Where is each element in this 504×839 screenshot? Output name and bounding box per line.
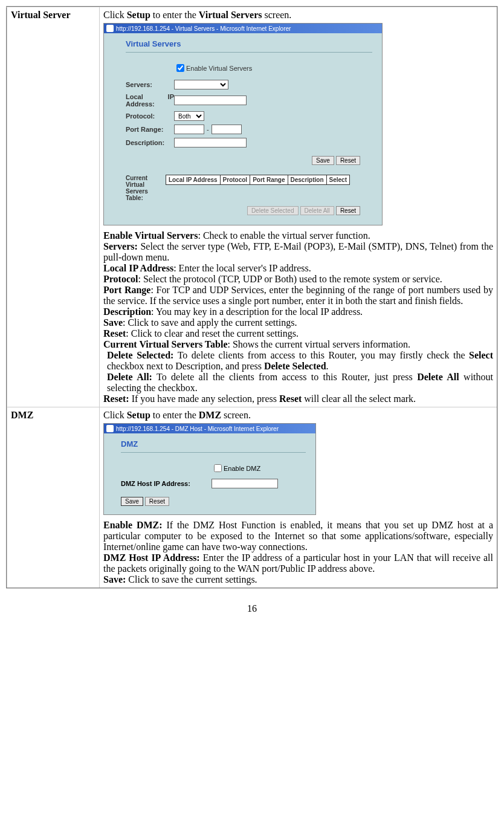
vs-desc-delete-all: Delete All: To delete all the clients fr… [103, 372, 493, 394]
enable-dmz-label: Enable DMZ [224, 465, 260, 472]
vs-desc-save: Save: Click to save and apply the curren… [103, 317, 493, 328]
reset-button-2[interactable]: Reset [336, 206, 360, 215]
description-label: Description: [126, 139, 174, 146]
vs-screenshot: http://192.168.1.254 - Virtual Servers -… [103, 23, 383, 225]
th-description: Description [288, 175, 326, 185]
vs-desc-reset: Reset: Click to clear and reset the curr… [103, 328, 493, 339]
dmz-desc-enable: Enable DMZ: If the DMZ Host Function is … [103, 520, 493, 552]
ie-titlebar: http://192.168.1.254 - Virtual Servers -… [104, 24, 382, 33]
port-start-input[interactable] [174, 125, 204, 134]
vs-desc-protocol: Protocol: Select the protocol (TCP, UDP … [103, 274, 493, 285]
content-dmz: Click Setup to enter the DMZ screen. htt… [100, 407, 498, 589]
dmz-save-button[interactable]: Save [121, 497, 143, 506]
delete-selected-button[interactable]: Delete Selected [247, 206, 299, 215]
dmz-screenshot: http://192.168.1.254 - DMZ Host - Micros… [103, 423, 316, 515]
vs-desc-cvst: Current Virtual Servers Table: Shows the… [103, 339, 493, 350]
vs-desc-enable: Enable Virtual Servers: Check to enable … [103, 230, 493, 241]
cvst-label: Current Virtual Servers Table: [126, 175, 162, 201]
row-dmz: DMZ Click Setup to enter the DMZ screen.… [7, 407, 497, 589]
vs-desc-delete-selected: Delete Selected: To delete clients from … [103, 350, 493, 372]
th-portrange: Port Range [250, 175, 288, 185]
save-button[interactable]: Save [312, 156, 334, 165]
ie-title-dmz: http://192.168.1.254 - DMZ Host - Micros… [116, 426, 279, 432]
label-dmz: DMZ [7, 407, 100, 589]
localip-label: Local IP Address: [126, 93, 174, 108]
vs-intro: Click Setup to enter the Virtual Servers… [103, 10, 493, 21]
enable-dmz-checkbox[interactable] [214, 464, 222, 472]
servers-select[interactable] [174, 80, 228, 89]
ie-titlebar-dmz: http://192.168.1.254 - DMZ Host - Micros… [104, 424, 315, 433]
delete-all-button[interactable]: Delete All [300, 206, 334, 215]
help-table: Virtual Server Click Setup to enter the … [6, 6, 498, 589]
ie-icon [106, 25, 114, 32]
th-localip: Local IP Address [166, 175, 221, 185]
protocol-label: Protocol: [126, 112, 174, 120]
port-dash: - [207, 126, 209, 133]
dmz-reset-button[interactable]: Reset [145, 497, 169, 506]
cvst-table: Local IP Address Protocol Port Range Des… [166, 175, 350, 185]
row-virtual-server: Virtual Server Click Setup to enter the … [7, 7, 497, 407]
ie-title: http://192.168.1.254 - Virtual Servers -… [116, 25, 291, 32]
th-protocol: Protocol [220, 175, 250, 185]
th-select: Select [326, 175, 349, 185]
vs-desc-portrange: Port Range: For TCP and UDP Services, en… [103, 285, 493, 306]
port-end-input[interactable] [212, 125, 242, 134]
page-number: 16 [6, 603, 498, 614]
vs-desc-description: Description: You may key in a descriptio… [103, 306, 493, 317]
ie-icon [106, 425, 114, 432]
localip-input[interactable] [174, 96, 247, 105]
content-virtual-server: Click Setup to enter the Virtual Servers… [100, 7, 498, 407]
vs-desc-reset2: Reset: If you have made any selection, p… [103, 394, 493, 404]
dmz-intro: Click Setup to enter the DMZ screen. [103, 410, 493, 421]
dmz-panel-title: DMZ [121, 439, 306, 453]
enable-vs-checkbox[interactable] [176, 64, 184, 72]
portrange-label: Port Range: [126, 126, 174, 133]
label-virtual-server: Virtual Server [7, 7, 100, 407]
dmz-host-input[interactable] [212, 479, 278, 488]
reset-button[interactable]: Reset [336, 156, 360, 165]
protocol-select[interactable]: Both [174, 111, 204, 121]
enable-vs-label: Enable Virtual Servers [186, 65, 252, 72]
dmz-desc-save: Save: Click to save the current settings… [103, 574, 493, 585]
servers-label: Servers: [126, 81, 174, 88]
vs-panel-title: Virtual Servers [126, 39, 372, 53]
vs-desc-servers: Servers: Select the server type (Web, FT… [103, 241, 493, 263]
dmz-host-label: DMZ Host IP Address: [121, 480, 212, 487]
vs-desc-localip: Local IP Address: Enter the local server… [103, 263, 493, 274]
description-input[interactable] [174, 138, 247, 147]
dmz-desc-host: DMZ Host IP Address: Enter the IP addres… [103, 552, 493, 574]
